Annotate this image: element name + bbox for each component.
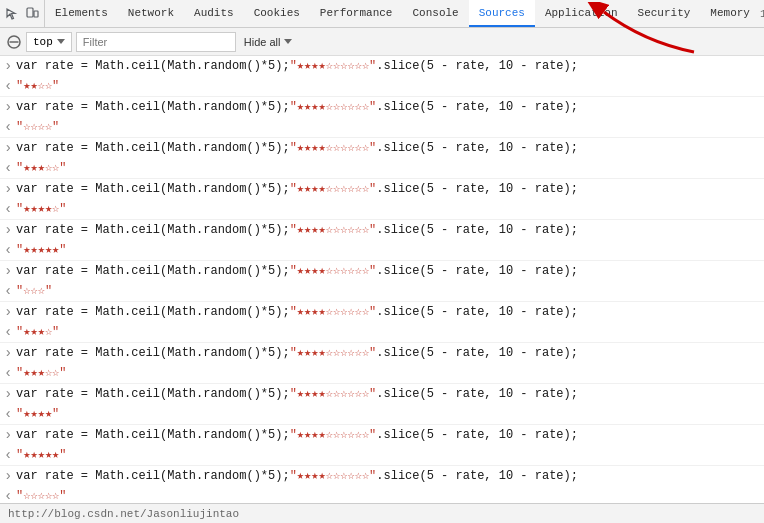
tab-cookies[interactable]: Cookies <box>244 0 310 27</box>
console-block: var rate = Math.ceil(Math.random()*5);"★… <box>0 384 764 425</box>
tab-network[interactable]: Network <box>118 0 184 27</box>
tab-audits[interactable]: Audits <box>184 0 244 27</box>
status-url: http://blog.csdn.net/Jasonliujintao <box>8 508 239 520</box>
tab-elements[interactable]: Elements <box>45 0 118 27</box>
console-result-line: "★★★★☆" <box>0 199 764 219</box>
tab-memory[interactable]: Memory <box>700 0 760 27</box>
console-input-line: var rate = Math.ceil(Math.random()*5);"★… <box>0 425 764 445</box>
hide-all-button[interactable]: Hide all <box>240 34 296 50</box>
devtools-nav: Elements Network Audits Cookies Performa… <box>0 0 764 28</box>
console-input-line: var rate = Math.ceil(Math.random()*5);"★… <box>0 220 764 240</box>
console-block: var rate = Math.ceil(Math.random()*5);"★… <box>0 56 764 97</box>
console-input-line: var rate = Math.ceil(Math.random()*5);"★… <box>0 343 764 363</box>
console-input-line: var rate = Math.ceil(Math.random()*5);"★… <box>0 97 764 117</box>
console-block: var rate = Math.ceil(Math.random()*5);"★… <box>0 466 764 503</box>
console-block: var rate = Math.ceil(Math.random()*5);"★… <box>0 179 764 220</box>
console-result-line: "☆☆☆☆☆" <box>0 486 764 503</box>
console-block: var rate = Math.ceil(Math.random()*5);"★… <box>0 261 764 302</box>
console-input-line: var rate = Math.ceil(Math.random()*5);"★… <box>0 179 764 199</box>
issue-count: 1 <box>760 8 764 20</box>
console-block: var rate = Math.ceil(Math.random()*5);"★… <box>0 302 764 343</box>
console-input-line: var rate = Math.ceil(Math.random()*5);"★… <box>0 466 764 486</box>
console-block: var rate = Math.ceil(Math.random()*5);"★… <box>0 220 764 261</box>
console-block: var rate = Math.ceil(Math.random()*5);"★… <box>0 97 764 138</box>
console-output[interactable]: var rate = Math.ceil(Math.random()*5);"★… <box>0 56 764 503</box>
devtools-icons <box>0 0 45 27</box>
console-result-line: "☆☆☆" <box>0 281 764 301</box>
console-result-line: "★★★☆☆" <box>0 363 764 383</box>
console-input-line: var rate = Math.ceil(Math.random()*5);"★… <box>0 138 764 158</box>
console-input-line: var rate = Math.ceil(Math.random()*5);"★… <box>0 302 764 322</box>
svg-rect-1 <box>34 11 38 17</box>
console-result-line: "★★★★★" <box>0 240 764 260</box>
console-input-line: var rate = Math.ceil(Math.random()*5);"★… <box>0 56 764 76</box>
context-dropdown[interactable]: top <box>26 32 72 52</box>
device-mode-icon[interactable] <box>24 6 40 22</box>
tab-console[interactable]: Console <box>402 0 468 27</box>
tab-performance[interactable]: Performance <box>310 0 403 27</box>
console-result-line: "☆☆☆☆" <box>0 117 764 137</box>
filter-input[interactable] <box>76 32 236 52</box>
console-result-line: "★★☆☆" <box>0 76 764 96</box>
console-block: var rate = Math.ceil(Math.random()*5);"★… <box>0 425 764 466</box>
tab-security[interactable]: Security <box>628 0 701 27</box>
devtools-toolbar: top Hide all <box>0 28 764 56</box>
console-block: var rate = Math.ceil(Math.random()*5);"★… <box>0 138 764 179</box>
console-block: var rate = Math.ceil(Math.random()*5);"★… <box>0 343 764 384</box>
console-result-line: "★★★☆☆" <box>0 158 764 178</box>
console-result-line: "★★★★" <box>0 404 764 424</box>
inspect-icon[interactable] <box>4 6 20 22</box>
console-result-line: "★★★☆" <box>0 322 764 342</box>
stop-icon[interactable] <box>6 34 22 50</box>
console-result-line: "★★★★★" <box>0 445 764 465</box>
console-input-line: var rate = Math.ceil(Math.random()*5);"★… <box>0 384 764 404</box>
status-bar: http://blog.csdn.net/Jasonliujintao <box>0 503 764 523</box>
console-input-line: var rate = Math.ceil(Math.random()*5);"★… <box>0 261 764 281</box>
tab-application[interactable]: Application <box>535 0 628 27</box>
tab-sources[interactable]: Sources <box>469 0 535 27</box>
svg-rect-0 <box>27 8 33 17</box>
